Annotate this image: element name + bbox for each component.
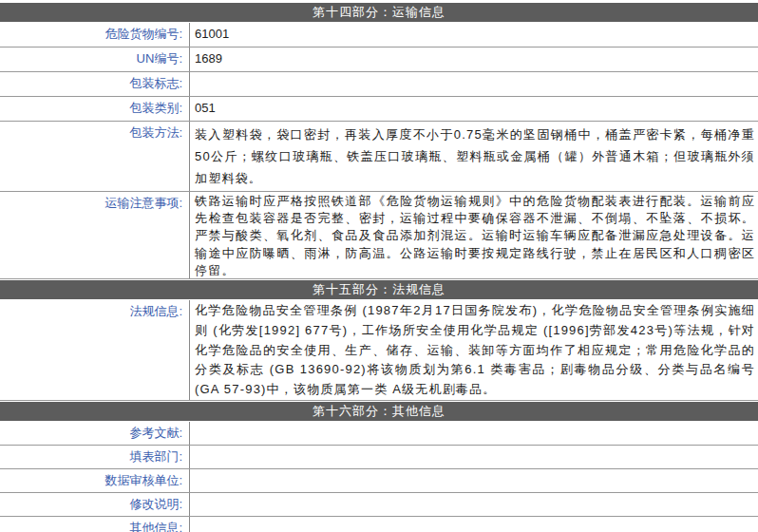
row-label: UN编号: bbox=[0, 48, 190, 71]
row-value bbox=[190, 422, 758, 445]
row-label: 数据审核单位: bbox=[0, 469, 190, 492]
row-value: 铁路运输时应严格按照铁道部《危险货物运输规则》中的危险货物配装表进行配装。运输前… bbox=[190, 192, 758, 278]
row-value: 化学危险物品安全管理条例 (1987年2月17日国务院发布)，化学危险物品安全管… bbox=[190, 300, 758, 400]
row-transport-notes: 运输注意事项: 铁路运输时应严格按照铁道部《危险货物运输规则》中的危险货物配装表… bbox=[0, 192, 758, 279]
row-form-department: 填表部门: bbox=[0, 446, 758, 469]
row-value bbox=[190, 72, 758, 96]
row-data-review-unit: 数据审核单位: bbox=[0, 469, 758, 493]
row-label: 参考文献: bbox=[0, 422, 190, 445]
row-value bbox=[190, 517, 758, 532]
row-label: 包装类别: bbox=[0, 97, 190, 121]
row-dangerous-goods-code: 危险货物编号: 61001 bbox=[0, 23, 758, 48]
row-value bbox=[190, 446, 758, 468]
row-label: 其他信息: bbox=[0, 517, 190, 532]
row-value bbox=[190, 493, 758, 516]
row-label: 包装标志: bbox=[0, 72, 190, 96]
row-label: 危险货物编号: bbox=[0, 23, 190, 47]
row-label: 修改说明: bbox=[0, 493, 190, 516]
section-header-part15-regulatory: 第十五部分：法规信息 bbox=[0, 280, 758, 299]
msds-document-table: 第十四部分：运输信息 危险货物编号: 61001 UN编号: 1689 包装标志… bbox=[0, 0, 758, 532]
row-value: 装入塑料袋，袋口密封，再装入厚度不小于0.75毫米的坚固钢桶中，桶盖严密卡紧，每… bbox=[190, 122, 758, 191]
row-un-number: UN编号: 1689 bbox=[0, 48, 758, 72]
section-header-part16-other: 第十六部分：其他信息 bbox=[0, 402, 758, 421]
section-header-part14-transport: 第十四部分：运输信息 bbox=[0, 3, 758, 22]
row-label: 包装方法: bbox=[0, 122, 190, 191]
row-label: 填表部门: bbox=[0, 446, 190, 468]
row-value: 051 bbox=[190, 97, 758, 121]
row-packing-category: 包装类别: 051 bbox=[0, 97, 758, 122]
row-other-info: 其他信息: bbox=[0, 517, 758, 532]
row-references: 参考文献: bbox=[0, 422, 758, 446]
row-value: 1689 bbox=[190, 48, 758, 71]
row-label: 法规信息: bbox=[0, 300, 190, 400]
row-label: 运输注意事项: bbox=[0, 192, 190, 278]
row-packing-mark: 包装标志: bbox=[0, 72, 758, 97]
row-value: 61001 bbox=[190, 23, 758, 47]
row-regulatory-info: 法规信息: 化学危险物品安全管理条例 (1987年2月17日国务院发布)，化学危… bbox=[0, 300, 758, 401]
row-revision-notes: 修改说明: bbox=[0, 493, 758, 517]
row-packing-method: 包装方法: 装入塑料袋，袋口密封，再装入厚度不小于0.75毫米的坚固钢桶中，桶盖… bbox=[0, 122, 758, 192]
row-value bbox=[190, 469, 758, 492]
